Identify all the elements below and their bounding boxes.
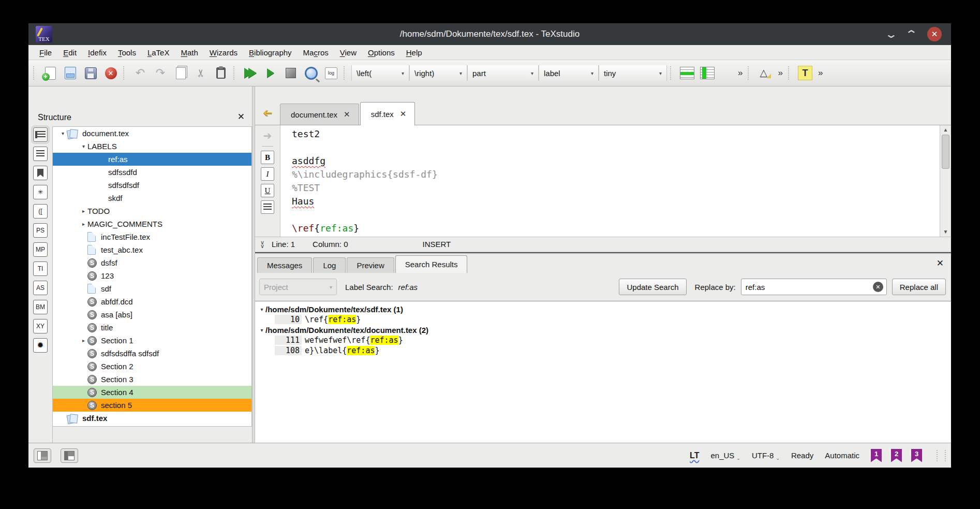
paste-button[interactable]	[212, 64, 230, 82]
editor-scrollbar[interactable]: ▲ ▼	[940, 125, 951, 237]
replace-input[interactable]	[741, 283, 873, 292]
result-file-header[interactable]: ▾/home/sdm/Dokumente/tex/document.tex (2…	[255, 325, 951, 335]
toolbar-overflow-button[interactable]: »	[736, 68, 745, 78]
redo-button[interactable]: ↷	[151, 64, 170, 82]
view-pdf-button[interactable]	[302, 64, 320, 82]
editor-tab-sdf-tex[interactable]: sdf.tex✕	[360, 102, 415, 125]
toggle-sidebar-button[interactable]	[34, 448, 51, 463]
tree-item-section-1[interactable]: ▸SSection 1	[53, 334, 251, 347]
maximize-icon[interactable]: ⌃	[905, 29, 918, 39]
collapse-statusline-icon[interactable]: ∨∨	[260, 241, 264, 248]
clear-input-icon[interactable]: ✕	[873, 282, 883, 292]
view-log-button[interactable]: log	[322, 64, 340, 82]
bottom-tab-search-results[interactable]: Search Results	[395, 255, 468, 273]
side-toggle-brackets[interactable]: ([	[33, 204, 48, 219]
side-toggle-pstricks[interactable]: PS	[33, 223, 48, 238]
left-bracket-combo[interactable]: \left(▾	[351, 65, 409, 81]
tree-item-ref-as[interactable]: ▾ref:as	[53, 153, 251, 166]
tree-item-sdf[interactable]: ▾sdf	[53, 282, 251, 295]
build-and-view-button[interactable]	[241, 64, 260, 82]
tree-item-title[interactable]: ▾Stitle	[53, 321, 251, 334]
toolbar-overflow-button[interactable]: »	[816, 68, 825, 78]
bottom-tab-log[interactable]: Log	[313, 257, 346, 273]
bold-button[interactable]: B	[261, 151, 274, 164]
toolbar-grip[interactable]	[344, 66, 348, 80]
menu-item-options[interactable]: Options	[362, 48, 400, 57]
tree-item-inctestfile-tex[interactable]: ▾incTestFile.tex	[53, 230, 251, 243]
spellcheck-language-selector[interactable]: en_US⌄	[710, 451, 740, 460]
compile-button[interactable]	[261, 64, 280, 82]
align-button[interactable]	[261, 200, 274, 214]
tab-close-icon[interactable]: ✕	[400, 109, 407, 119]
tree-item-document-tex[interactable]: ▾document.tex	[53, 127, 251, 140]
tabular-column-button[interactable]	[698, 64, 717, 82]
code-editor[interactable]: test2 asddfg%\includegraphics{sdsf-df}%T…	[280, 125, 951, 237]
reference-combo[interactable]: label▾	[539, 65, 599, 81]
minimize-icon[interactable]: ⌄	[885, 29, 898, 39]
tree-item-sdfsdsdffa-sdfsdf[interactable]: ▾Ssdfsdsdffa sdfsdf	[53, 347, 251, 360]
line-ending-selector[interactable]: Automatic	[825, 451, 859, 460]
result-match-row[interactable]: 108e}\label{ref:as}	[255, 345, 951, 356]
tree-item-section-5[interactable]: ▾Ssection 5	[53, 399, 251, 412]
navigate-back-icon[interactable]: ➔	[263, 106, 272, 120]
tab-close-icon[interactable]: ✕	[344, 110, 350, 119]
cut-button[interactable]: ✂	[191, 64, 210, 82]
navigate-forward-icon[interactable]: ➔	[263, 129, 272, 142]
stop-button[interactable]	[281, 64, 300, 82]
format-text-button[interactable]: T	[796, 64, 814, 82]
side-toggle-structure[interactable]	[33, 127, 48, 142]
encoding-selector[interactable]: UTF-8⌄	[752, 451, 780, 460]
tree-item-todo[interactable]: ▸TODO	[53, 205, 251, 217]
tree-item-dsfsf[interactable]: ▾Sdsfsf	[53, 256, 251, 269]
fontsize-combo[interactable]: tiny▾	[599, 65, 667, 81]
scroll-down-icon[interactable]: ▼	[943, 227, 948, 237]
math-wizard-button[interactable]	[755, 64, 774, 82]
structure-close-icon[interactable]: ✕	[237, 111, 245, 122]
toolbar-grip[interactable]	[33, 66, 38, 80]
editor-tab-document-tex[interactable]: document.tex✕	[280, 104, 359, 125]
menu-item-idefix[interactable]: Idefix	[82, 48, 112, 57]
menu-item-file[interactable]: File	[34, 48, 57, 57]
toggle-bottom-panel-button[interactable]	[61, 448, 78, 463]
menu-item-latex[interactable]: LaTeX	[142, 48, 175, 57]
tree-item-skdf[interactable]: ▾skdf	[53, 192, 251, 205]
expander-closed-icon[interactable]: ▸	[80, 221, 87, 227]
menu-item-macros[interactable]: Macros	[298, 48, 334, 57]
menu-item-tools[interactable]: Tools	[112, 48, 142, 57]
bottom-panel-close-icon[interactable]: ✕	[937, 258, 944, 269]
underline-button[interactable]: U	[261, 184, 274, 197]
menu-item-wizards[interactable]: Wizards	[204, 48, 243, 57]
side-toggle-tikz[interactable]: TI	[33, 261, 48, 276]
expander-open-icon[interactable]: ▾	[80, 143, 87, 149]
tree-item-section-2[interactable]: ▾SSection 2	[53, 360, 251, 373]
toolbar-overflow-button[interactable]: »	[776, 68, 784, 78]
tree-item-section-4[interactable]: ▾SSection 4	[53, 386, 251, 399]
replace-all-button[interactable]: Replace all	[892, 279, 946, 295]
undo-button[interactable]: ↶	[131, 64, 150, 82]
tree-item-section-3[interactable]: ▾SSection 3	[53, 373, 251, 386]
project-scope-combo[interactable]: Project ▾	[259, 279, 337, 295]
expander-open-icon[interactable]: ▾	[258, 307, 265, 312]
side-toggle-line-spacing[interactable]	[33, 147, 48, 161]
result-file-header[interactable]: ▾/home/sdm/Dokumente/tex/sdf.tex (1)	[255, 304, 951, 314]
menu-item-math[interactable]: Math	[175, 48, 203, 57]
update-search-button[interactable]: Update Search	[619, 279, 686, 295]
close-file-button[interactable]: ✕	[101, 64, 120, 82]
bookmark-button-2[interactable]: 2	[891, 449, 902, 462]
tree-item-magic-comments[interactable]: ▸MAGIC_COMMENTS	[53, 217, 251, 230]
resize-grip[interactable]	[937, 450, 946, 461]
expander-closed-icon[interactable]: ▸	[80, 208, 87, 214]
result-match-row[interactable]: 111wefwefwef\ref{ref:as}	[255, 335, 951, 345]
tree-item-sdfsdfsdf[interactable]: ▾sdfsdfsdf	[53, 179, 251, 192]
sectioning-combo[interactable]: part▾	[467, 65, 539, 81]
scrollbar-thumb[interactable]	[942, 135, 949, 169]
tabular-row-button[interactable]	[678, 64, 696, 82]
bottom-tab-messages[interactable]: Messages	[257, 257, 312, 273]
close-window-icon[interactable]: ✕	[927, 27, 942, 41]
bottom-tab-preview[interactable]: Preview	[347, 257, 394, 273]
toolbar-grip[interactable]	[788, 66, 793, 80]
expander-open-icon[interactable]: ▾	[59, 130, 67, 136]
menu-item-edit[interactable]: Edit	[57, 48, 82, 57]
side-toggle-special[interactable]: ✹	[33, 338, 48, 353]
open-button[interactable]	[61, 64, 80, 82]
